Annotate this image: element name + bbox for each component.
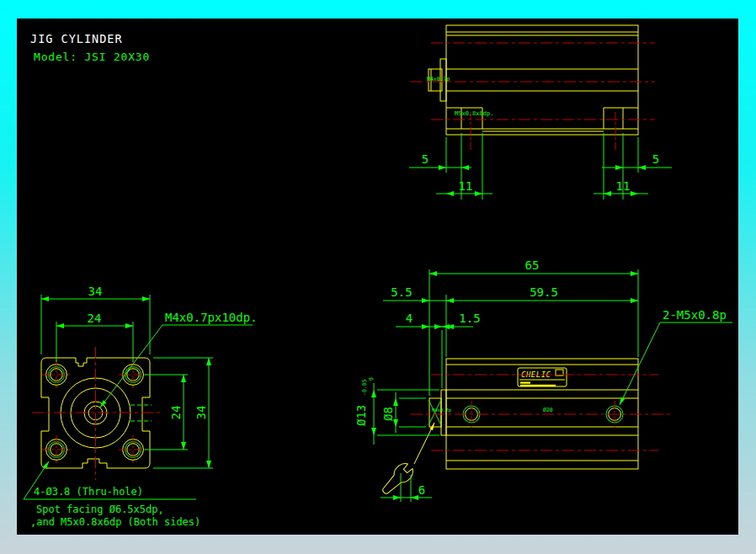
dim-end-right: 5: [652, 152, 659, 166]
top-view-outline: [429, 25, 638, 135]
pilot-tol-upper: 0: [368, 377, 375, 381]
dim-wrench-flat: 6: [418, 483, 425, 497]
rod-diameter: Ø8: [381, 407, 395, 421]
dim-outer-width: 34: [88, 285, 103, 298]
dim-rod-offset: 5.5: [391, 285, 412, 299]
top-view-dimensions: 5 11 11 5 M4x0.7p M5x0.8x8dp.: [409, 76, 672, 200]
cylinder-body-top: [446, 25, 638, 135]
dim-collar-step: 1.5: [459, 312, 480, 325]
front-view: 34 24 24 34 M4x0.7px10: [24, 285, 258, 528]
bore-label: Ø20: [543, 407, 553, 413]
port-thread-label: 2-M5x0.8p: [663, 308, 727, 322]
wrench-symbol: [378, 423, 434, 498]
rod-thread-note: M4x0.7px10dp.: [165, 311, 258, 324]
side-view: CHELIC: [354, 258, 732, 502]
front-view-dimensions: 34 24 24 34 M4x0.7px10: [24, 285, 258, 528]
title-block: JIG CYLINDER Model: JSI 20X30: [30, 32, 150, 63]
pilot-diameter: Ø13: [354, 405, 368, 426]
side-view-outline: CHELIC: [378, 359, 638, 498]
pilot-tol-lower: -0.05: [361, 379, 368, 396]
dim-outer-height: 34: [194, 406, 208, 420]
spot-facing-note: Spot facing Ø6.5x5dp,: [36, 503, 164, 515]
top-view-centerlines: [411, 43, 655, 152]
rod-thread-label-side: M4x0.7p: [432, 408, 451, 413]
dim-total-length: 65: [525, 258, 540, 272]
drawing-title: JIG CYLINDER: [30, 32, 123, 45]
rod-thread-label-top: M4x0.7p: [427, 76, 450, 83]
dim-hole-width: 24: [88, 312, 102, 325]
dim-body-length: 59.5: [530, 285, 558, 299]
thru-hole-note: 4-Ø3.8 (Thru-hole): [34, 486, 143, 498]
top-view: 5 11 11 5 M4x0.7p M5x0.8x8dp.: [409, 25, 672, 200]
drawing-model: Model: JSI 20X30: [34, 51, 150, 63]
cad-drawing: JIG CYLINDER Model: JSI 20X30: [0, 0, 756, 554]
dim-hole-height: 24: [169, 406, 183, 420]
dim-boss-right: 11: [616, 179, 631, 193]
boss-thread-label: M5x0.8x8dp.: [455, 110, 493, 117]
dim-rod-length: 4: [406, 312, 413, 325]
dim-end-left: 5: [422, 152, 429, 166]
pilot-collar: [441, 390, 446, 435]
nameplate: CHELIC: [518, 368, 567, 386]
thread-depth-note: ,and M5x0.8x6dp (Both sides): [30, 516, 200, 528]
dim-boss-left: 11: [459, 179, 473, 193]
